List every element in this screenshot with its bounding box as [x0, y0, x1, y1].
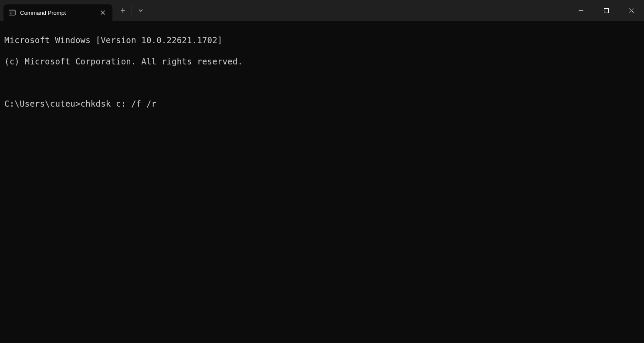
maximize-icon — [604, 8, 609, 13]
cmd-icon: >_ — [9, 9, 16, 16]
tab-dropdown-button[interactable] — [133, 3, 149, 18]
close-icon — [100, 10, 105, 15]
tab-title: Command Prompt — [20, 10, 93, 16]
minimize-icon — [579, 8, 583, 13]
close-icon — [629, 8, 634, 13]
maximize-button[interactable] — [593, 0, 619, 21]
close-window-button[interactable] — [619, 0, 644, 21]
tab-actions — [112, 0, 149, 21]
terminal-command: chkdsk c: /f /r — [81, 99, 157, 108]
terminal-line-copyright: (c) Microsoft Corporation. All rights re… — [4, 56, 640, 67]
terminal-blank-line — [4, 77, 640, 88]
svg-text:>_: >_ — [10, 12, 14, 15]
tab-close-button[interactable] — [98, 7, 108, 18]
window-controls — [568, 0, 644, 21]
terminal-line-version: Microsoft Windows [Version 10.0.22621.17… — [4, 35, 640, 45]
minimize-button[interactable] — [568, 0, 593, 21]
titlebar: >_ Command Prompt — [0, 0, 644, 21]
divider — [132, 6, 132, 15]
terminal-output[interactable]: Microsoft Windows [Version 10.0.22621.17… — [0, 21, 644, 343]
plus-icon — [120, 8, 125, 13]
tabs-area: >_ Command Prompt — [0, 0, 149, 21]
tab-command-prompt[interactable]: >_ Command Prompt — [3, 4, 112, 21]
svg-rect-1 — [9, 10, 16, 11]
new-tab-button[interactable] — [115, 3, 131, 18]
svg-rect-8 — [604, 8, 608, 13]
chevron-down-icon — [138, 8, 143, 13]
terminal-prompt: C:\Users\cuteu> — [4, 99, 81, 108]
terminal-command-line: C:\Users\cuteu>chkdsk c: /f /r — [4, 98, 640, 109]
